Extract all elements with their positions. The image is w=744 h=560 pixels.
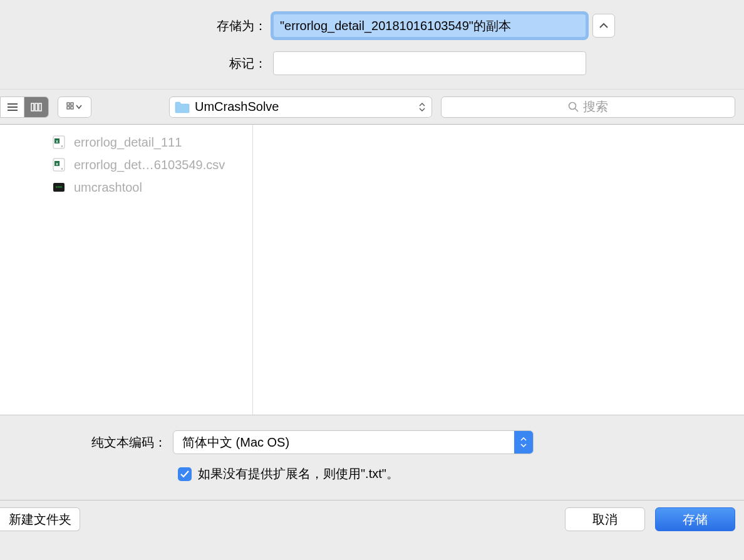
- file-browser: X a errorlog_detail_111 X a errorlog_det…: [0, 125, 744, 415]
- tags-input[interactable]: [273, 51, 586, 75]
- file-name: umcrashtool: [74, 180, 142, 195]
- use-txt-extension-row: 如果没有提供扩展名，则使用".txt"。: [0, 465, 744, 482]
- column-2[interactable]: [253, 125, 506, 415]
- text-encoding-value: 简体中文 (Mac OS): [173, 431, 514, 454]
- save-dialog-header: 存储为： 标记：: [0, 0, 744, 90]
- save-button[interactable]: 存储: [655, 507, 735, 531]
- exec-icon: exec: [51, 180, 66, 195]
- popup-stepper-icon: [514, 431, 533, 454]
- svg-rect-7: [71, 103, 73, 105]
- use-txt-checkbox[interactable]: [178, 467, 192, 481]
- view-columns-button[interactable]: [24, 97, 48, 117]
- group-by-button[interactable]: [58, 96, 91, 118]
- check-icon: [180, 470, 189, 478]
- save-label: 存储: [683, 511, 708, 528]
- location-name: UmCrashSolve: [195, 100, 414, 114]
- list-item[interactable]: X a errorlog_det…6103549.csv: [51, 153, 249, 176]
- text-encoding-row: 纯文本编码： 简体中文 (Mac OS): [0, 430, 744, 454]
- save-as-row: 存储为：: [129, 14, 615, 38]
- svg-rect-3: [31, 103, 34, 111]
- search-field[interactable]: 搜索: [441, 96, 735, 118]
- cancel-button[interactable]: 取消: [565, 507, 645, 531]
- svg-rect-4: [35, 103, 38, 111]
- new-folder-label: 新建文件夹: [9, 511, 71, 528]
- save-as-input[interactable]: [273, 14, 586, 38]
- svg-text:X: X: [56, 162, 58, 166]
- new-folder-button[interactable]: 新建文件夹: [0, 507, 80, 531]
- excel-doc-icon: X a: [51, 135, 66, 150]
- svg-rect-5: [39, 103, 41, 111]
- location-popup[interactable]: UmCrashSolve: [169, 96, 432, 118]
- cancel-label: 取消: [592, 511, 617, 528]
- use-txt-label: 如果没有提供扩展名，则使用".txt"。: [198, 465, 399, 482]
- chevron-up-icon: [599, 23, 608, 29]
- svg-rect-6: [67, 103, 70, 105]
- svg-rect-8: [67, 106, 70, 109]
- text-encoding-popup[interactable]: 简体中文 (Mac OS): [173, 430, 534, 454]
- view-mode-segmented: [0, 96, 49, 118]
- file-name: errorlog_det…6103549.csv: [74, 158, 225, 172]
- list-item[interactable]: X a errorlog_detail_111: [51, 131, 249, 153]
- svg-rect-9: [71, 106, 73, 109]
- svg-text:X: X: [56, 140, 58, 143]
- location-stepper-icon: [419, 103, 425, 111]
- columns-view-icon: [30, 102, 43, 112]
- svg-line-11: [575, 108, 578, 111]
- tags-label: 标记：: [129, 55, 267, 72]
- search-placeholder: 搜索: [583, 98, 608, 115]
- svg-text:a: a: [61, 144, 63, 148]
- view-list-button[interactable]: [1, 97, 24, 117]
- list-item[interactable]: exec umcrashtool: [51, 176, 249, 199]
- group-icon: [66, 102, 83, 112]
- file-name: errorlog_detail_111: [74, 135, 182, 150]
- tags-row: 标记：: [129, 51, 615, 75]
- toolbar: UmCrashSolve 搜索: [0, 90, 744, 125]
- search-icon: [568, 101, 579, 113]
- text-encoding-label: 纯文本编码：: [0, 434, 167, 451]
- save-as-label: 存储为：: [129, 18, 267, 34]
- save-options: 纯文本编码： 简体中文 (Mac OS) 如果没有提供扩展名，则使用".txt"…: [0, 415, 744, 500]
- excel-csv-icon: X a: [51, 157, 66, 172]
- collapse-button[interactable]: [592, 14, 615, 38]
- folder-icon: [175, 101, 190, 113]
- column-1[interactable]: X a errorlog_detail_111 X a errorlog_det…: [0, 125, 253, 415]
- svg-point-10: [569, 102, 576, 109]
- svg-text:exec: exec: [56, 185, 63, 189]
- dialog-footer: 新建文件夹 取消 存储: [0, 500, 744, 538]
- list-view-icon: [6, 102, 19, 112]
- svg-text:a: a: [61, 167, 63, 170]
